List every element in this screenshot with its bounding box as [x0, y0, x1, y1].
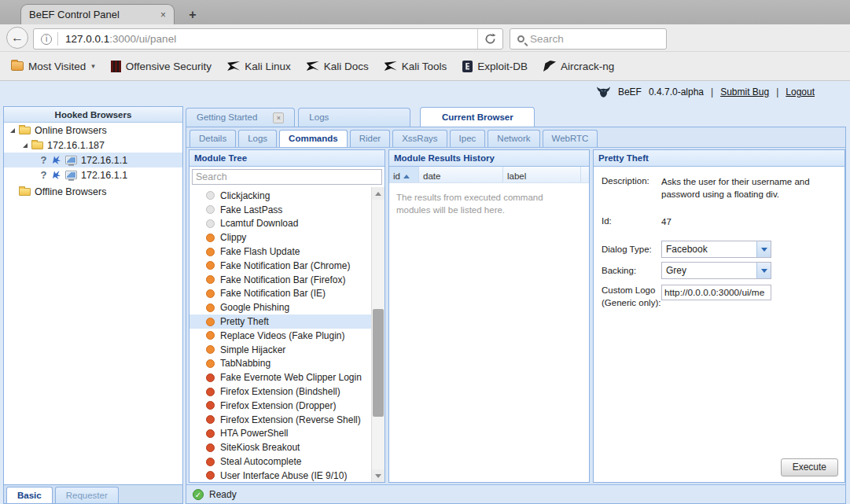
tree-node-host[interactable]: 172.16.1.187: [4, 138, 182, 153]
custom-logo-input[interactable]: [661, 285, 771, 300]
module-item[interactable]: User Interface Abuse (IE 9/10): [190, 469, 385, 482]
tree-node-session[interactable]: ? 172.16.1.1: [4, 167, 182, 182]
module-item[interactable]: SiteKiosk Breakout: [190, 440, 385, 454]
tab-commands[interactable]: Commands: [279, 130, 348, 147]
unknown-browser-icon: ?: [40, 154, 47, 166]
module-item[interactable]: Firefox Extension (Bindshell): [190, 384, 385, 399]
module-item[interactable]: Google Phishing: [190, 300, 385, 315]
logout-link[interactable]: Logout: [786, 86, 815, 97]
tab-current-browser[interactable]: Current Browser: [420, 107, 535, 127]
tab-network[interactable]: Network: [488, 130, 539, 147]
module-search-input[interactable]: [192, 169, 382, 185]
module-item[interactable]: Fake LastPass: [190, 203, 385, 217]
reload-button[interactable]: [477, 29, 502, 49]
tab-xssrays[interactable]: XssRays: [392, 130, 447, 147]
column-header-filler: [581, 167, 589, 182]
bookmark-label: Aircrack-ng: [561, 61, 614, 72]
tab-ipec[interactable]: Ipec: [450, 130, 486, 147]
tree-node-label: 172.16.1.1: [81, 155, 127, 166]
search-icon: [517, 35, 524, 42]
tab-getting-started[interactable]: Getting Started ×: [186, 108, 295, 127]
tree-node-session-selected[interactable]: ? 172.16.1.1: [4, 153, 182, 167]
module-item[interactable]: Firefox Extension (Reverse Shell): [190, 413, 385, 427]
module-item[interactable]: Simple Hijacker: [190, 343, 385, 357]
scroll-down-button[interactable]: [372, 469, 385, 482]
bookmark-offensive-security[interactable]: Offensive Security: [105, 61, 217, 72]
tree-node-offline-browsers[interactable]: Offline Browsers: [4, 184, 182, 199]
module-label: Pretty Theft: [220, 316, 269, 327]
module-status-icon: [206, 234, 215, 242]
tab-logs[interactable]: Logs: [238, 130, 277, 147]
expander-icon[interactable]: [23, 143, 28, 148]
reload-icon: [484, 33, 496, 45]
column-header-label[interactable]: label: [503, 167, 581, 182]
module-list-scrollbar[interactable]: [371, 187, 385, 482]
column-header-id[interactable]: id: [389, 167, 419, 182]
backing-row: Backing: Grey: [594, 262, 844, 279]
column-header-date[interactable]: date: [419, 167, 503, 182]
module-item[interactable]: Clickjacking: [190, 189, 385, 203]
scroll-up-button[interactable]: [372, 187, 385, 200]
bookmark-label: Most Visited: [28, 61, 86, 72]
search-bar[interactable]: Search: [510, 28, 667, 50]
dialog-type-select[interactable]: Facebook: [661, 241, 771, 258]
bookmark-aircrack-ng[interactable]: Aircrack-ng: [538, 61, 620, 72]
module-item[interactable]: Fake Flash Update: [190, 245, 385, 259]
module-status-icon: [206, 471, 215, 480]
url-bar[interactable]: i 127.0.0.1 :3000/ui/panel: [33, 28, 503, 50]
module-status-icon: [206, 345, 215, 354]
module-item[interactable]: TabNabbing: [190, 357, 385, 371]
module-item[interactable]: HTA PowerShell: [190, 427, 385, 441]
module-item[interactable]: Steal Autocomplete: [190, 454, 385, 469]
hooked-browsers-title: Hooked Browsers: [4, 107, 182, 123]
custom-logo-row: Custom Logo (Generic only):: [594, 285, 844, 309]
backing-select[interactable]: Grey: [661, 262, 771, 279]
module-item[interactable]: Fake Notification Bar (IE): [190, 287, 385, 301]
close-tab-icon[interactable]: ×: [160, 9, 166, 20]
bookmark-kali-tools[interactable]: Kali Tools: [379, 61, 453, 72]
browser-icon: [65, 171, 77, 179]
hooked-browsers-panel: Hooked Browsers Online Browsers 172.16.1…: [3, 106, 183, 485]
bookmark-kali-docs[interactable]: Kali Docs: [301, 61, 374, 72]
tab-basic[interactable]: Basic: [6, 487, 53, 503]
info-icon[interactable]: i: [41, 34, 52, 45]
module-item[interactable]: Replace Videos (Fake Plugin): [190, 329, 385, 343]
bookmark-most-visited[interactable]: Most Visited ▾: [6, 61, 101, 72]
status-bar: ✓ Ready: [186, 484, 845, 503]
tree-node-online-browsers[interactable]: Online Browsers: [4, 123, 182, 138]
scroll-down-icon: [375, 474, 381, 478]
back-button[interactable]: ←: [6, 27, 28, 49]
module-status-icon: [206, 388, 215, 396]
execute-button[interactable]: Execute: [781, 458, 838, 476]
new-tab-button[interactable]: +: [179, 6, 206, 24]
module-item[interactable]: Fake Notification Bar (Firefox): [190, 273, 385, 287]
module-item[interactable]: Clippy: [190, 230, 385, 245]
dropdown-trigger[interactable]: [756, 241, 771, 257]
module-item[interactable]: Firefox Extension (Dropper): [190, 399, 385, 413]
tab-logs-main[interactable]: Logs: [298, 108, 410, 127]
module-item[interactable]: Pretty Theft: [190, 315, 385, 329]
module-item[interactable]: Fake Evernote Web Clipper Login: [190, 370, 385, 384]
bookmark-label: Kali Tools: [402, 61, 447, 72]
results-empty-text: The results from executed command module…: [389, 183, 586, 224]
module-item[interactable]: Fake Notification Bar (Chrome): [190, 259, 385, 273]
dropdown-trigger[interactable]: [756, 263, 771, 278]
expander-icon[interactable]: [10, 128, 15, 133]
bookmark-exploit-db[interactable]: Exploit-DB: [457, 61, 533, 72]
tab-webrtc[interactable]: WebRTC: [543, 130, 598, 147]
tab-requester[interactable]: Requester: [55, 487, 119, 503]
scrollbar-thumb[interactable]: [373, 309, 384, 417]
module-item[interactable]: Lcamtuf Download: [190, 217, 385, 231]
url-path: :3000/ui/panel: [109, 33, 176, 45]
tab-rider[interactable]: Rider: [350, 130, 390, 147]
bookmark-kali-linux[interactable]: Kali Linux: [222, 61, 296, 72]
close-tab-icon[interactable]: ×: [273, 112, 284, 123]
bookmark-label: Kali Linux: [245, 61, 291, 72]
module-status-icon: [206, 429, 215, 438]
offensive-security-icon: [111, 61, 121, 72]
firefox-tab[interactable]: BeEF Control Panel ×: [20, 4, 175, 24]
module-status-icon: [206, 248, 215, 256]
tab-details[interactable]: Details: [190, 130, 236, 147]
bookmarks-toolbar: Most Visited ▾ Offensive Security Kali L…: [0, 52, 850, 81]
submit-bug-link[interactable]: Submit Bug: [720, 86, 769, 97]
